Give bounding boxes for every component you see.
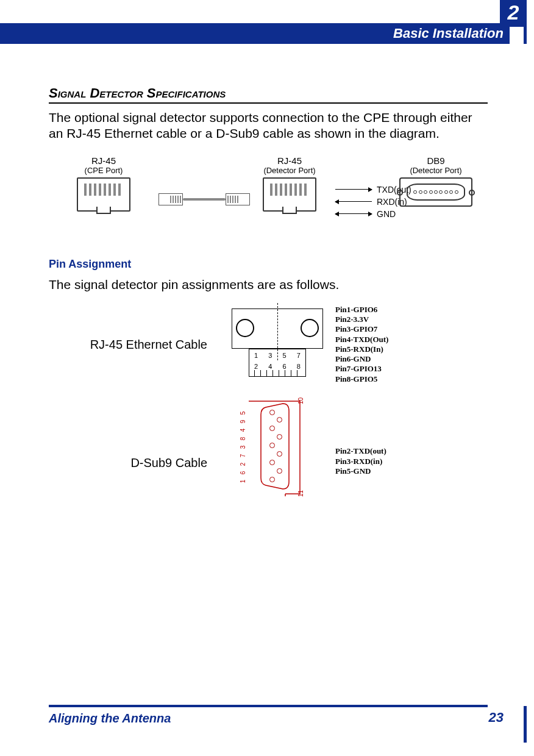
pin-entry: Pin3-GPIO7	[335, 324, 388, 334]
side-rule-top	[524, 27, 527, 44]
pin-entry: Pin2-TXD(out)	[335, 446, 386, 456]
signal-label: GND	[377, 209, 396, 219]
footer-section-title: Aligning the Antenna	[49, 711, 171, 726]
port-title: DB9	[390, 155, 482, 166]
subsection-body: The signal detector pin assignments are …	[49, 277, 488, 293]
side-rule-bottom	[524, 706, 527, 743]
port-subtitle: (CPE Port)	[67, 166, 140, 175]
patch-cable-icon	[158, 191, 250, 209]
pin-entry: Pin5-GND	[335, 466, 386, 476]
port-title: RJ-45	[67, 155, 140, 166]
port-title: RJ-45	[250, 155, 329, 166]
dsub9-pin-row: D-Sub9 Cable 10	[49, 399, 488, 490]
rj45-icon	[263, 177, 316, 212]
pin-entry: Pin8-GPIO5	[335, 374, 388, 384]
port-subtitle: (Detector Port)	[390, 166, 482, 175]
footer-page-number: 23	[489, 710, 504, 726]
footer-rule	[49, 705, 488, 707]
dsub9-cable-label: D-Sub9 Cable	[49, 419, 226, 470]
subsection-title: Pin Assignment	[49, 258, 488, 271]
dsub9-pin-list: Pin2-TXD(out) Pin3-RXD(in) Pin5-GND	[329, 412, 386, 476]
frame-dim: 11	[297, 490, 304, 497]
pin-assignment-figure: RJ-45 Ethernet Cable 1 3 5 7	[49, 305, 488, 490]
db9-icon	[399, 177, 472, 207]
pin-entry: Pin7-GPIO13	[335, 364, 388, 374]
port-subtitle: (Detector Port)	[250, 166, 329, 175]
chapter-number-badge: 2	[500, 0, 527, 27]
pin-entry: Pin6-GND	[335, 354, 388, 364]
section-body: The optional signal detector supports co…	[49, 110, 488, 142]
pin-entry: Pin2-3.3V	[335, 315, 388, 324]
rj45-cpe-port: RJ-45 (CPE Port)	[67, 155, 140, 212]
page: Basic Installation 2 Signal Detector Spe…	[0, 0, 534, 756]
rj45-cable-label: RJ-45 Ethernet Cable	[49, 337, 226, 352]
pin-entry: Pin3-RXD(in)	[335, 457, 386, 466]
rj45-pin-list: Pin1-GPIO6 Pin2-3.3V Pin3-GPIO7 Pin4-TXD…	[329, 305, 388, 384]
db9-detector-port: DB9 (Detector Port)	[390, 155, 482, 207]
section-title: Signal Detector Specifications	[49, 85, 488, 104]
rj45-icon	[77, 177, 130, 212]
pin-entry: Pin5-RXD(In)	[335, 344, 388, 354]
content-area: Signal Detector Specifications The optio…	[49, 85, 488, 505]
pin-entry: Pin4-TXD(Out)	[335, 335, 388, 344]
connection-diagram: RJ-45 (CPE Port) RJ-45 (Detector Port) T…	[49, 155, 488, 229]
rj45-pin-row: RJ-45 Ethernet Cable 1 3 5 7	[49, 305, 488, 384]
pin-entry: Pin1-GPIO6	[335, 305, 388, 315]
rj45-pinout-drawing: 1 3 5 7 2 4 6 8	[226, 305, 329, 384]
header-chapter-label: Basic Installation	[393, 26, 504, 41]
rj45-detector-port: RJ-45 (Detector Port)	[250, 155, 329, 212]
dsub9-pinout-drawing: 10 11 5 9 4 8 3 7 2 6 1	[226, 399, 329, 490]
frame-dim: 10	[297, 398, 304, 404]
